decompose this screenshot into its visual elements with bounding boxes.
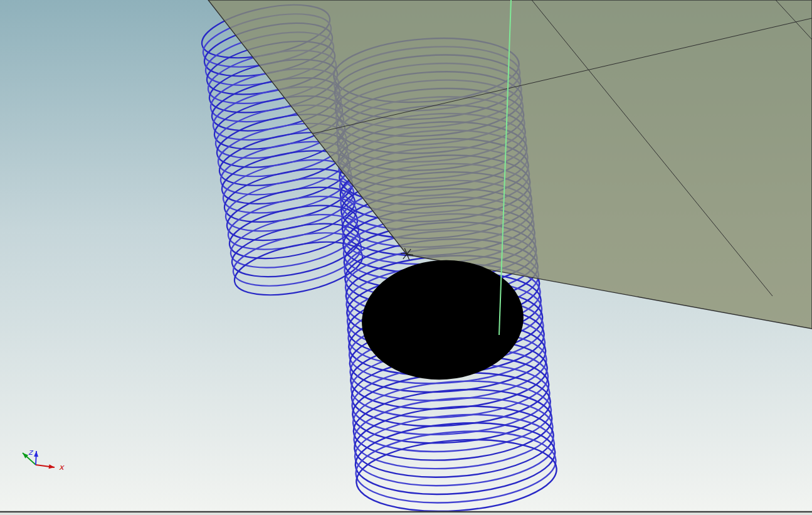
cad-viewport[interactable]: xz (0, 0, 812, 515)
axis-label-x: x (59, 462, 65, 472)
bottom-strip (0, 512, 812, 515)
scene-canvas[interactable]: xz (0, 0, 812, 515)
window-bottom-edge (0, 512, 812, 515)
